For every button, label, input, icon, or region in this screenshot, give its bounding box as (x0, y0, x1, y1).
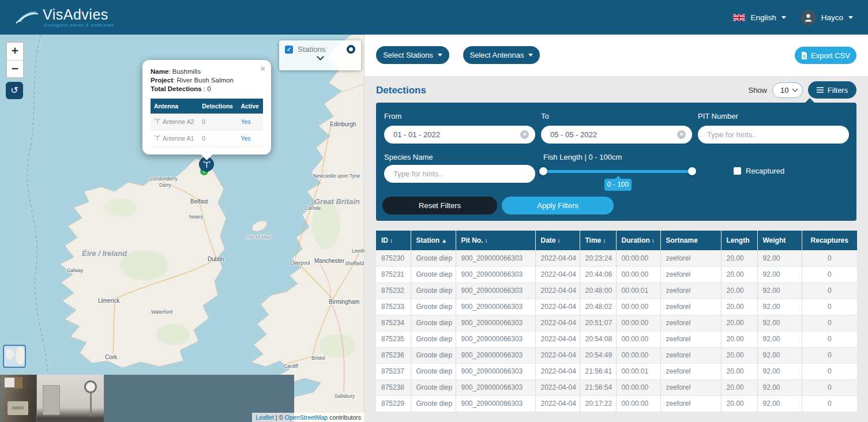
map-attribution: Leaflet | © OpenStreetMap contributors (252, 413, 365, 422)
map-label: Leeds (352, 248, 365, 254)
map-reset-button[interactable]: ↺ (6, 82, 23, 99)
reset-filters-button[interactable]: Reset Filters (382, 197, 497, 214)
map-label: Sheffield (345, 261, 364, 266)
column-header-duration[interactable]: Duration↕ (616, 231, 660, 250)
panel-collapse-chevron-icon[interactable] (317, 53, 324, 61)
show-label: Show (748, 86, 767, 95)
table-cell: zeeforel (660, 331, 721, 347)
table-row: 875236Groote diep900_2090000663032022-04… (376, 347, 857, 363)
table-cell: 20.00 (721, 363, 757, 379)
map-label: Isle of Man (247, 234, 271, 240)
antenna-active-link[interactable]: Yes (241, 135, 250, 142)
table-cell: 0 (802, 315, 857, 331)
recaptured-checkbox[interactable] (734, 167, 741, 175)
table-cell: 00:00:01 (616, 282, 660, 299)
table-cell: 2022-04-04 (535, 282, 580, 299)
table-cell: 92.00 (757, 282, 802, 299)
table-cell: 92.00 (757, 315, 802, 331)
map-canvas[interactable]: Éire / IrelandGreat BritainIsle of ManLo… (0, 35, 365, 422)
map-label: Bristol (311, 355, 325, 361)
map-label: Birmingham (329, 299, 359, 305)
table-cell: 20:44:06 (580, 266, 616, 282)
map-label: Cardiff (284, 363, 298, 369)
table-cell: 2022-04-04 (535, 379, 580, 395)
table-cell: 20:54:49 (580, 347, 616, 363)
table-cell: Groote diep (411, 331, 456, 347)
leaflet-link[interactable]: Leaflet (255, 414, 274, 421)
table-cell: 2022-04-04 (535, 395, 580, 412)
fish-length-slider[interactable] (543, 170, 692, 173)
slider-min-handle[interactable] (539, 167, 547, 175)
page-size-select[interactable]: 10 (772, 82, 803, 98)
station-photo-thumbnail[interactable] (37, 375, 104, 422)
table-cell: 0 (802, 347, 857, 363)
table-cell: 875234 (376, 315, 411, 331)
popup-close-icon[interactable]: × (260, 63, 265, 73)
antenna-detections: 0 (198, 130, 237, 147)
filters-toggle-button[interactable]: Filters (808, 81, 856, 99)
zoom-out-button[interactable]: − (7, 60, 23, 77)
select-antennas-button[interactable]: Select Antennas (463, 46, 540, 64)
stations-checkbox[interactable]: ✓ (285, 46, 293, 54)
minimap-control[interactable] (3, 345, 26, 368)
table-cell: 0 (802, 266, 857, 282)
user-avatar[interactable] (801, 10, 816, 25)
slider-max-handle[interactable] (688, 167, 696, 175)
table-cell: 875235 (376, 331, 411, 347)
table-cell: 0 (802, 282, 857, 299)
language-selector[interactable]: English (750, 13, 776, 22)
user-menu[interactable]: Hayco (821, 13, 843, 22)
clear-to-date-icon[interactable]: ✕ (677, 130, 686, 139)
table-cell: 900_209000066303 (456, 363, 535, 379)
table-cell: 900_209000066303 (456, 266, 535, 282)
table-cell: Groote diep (411, 299, 456, 315)
table-row: 875232Groote diep900_2090000663032022-04… (376, 282, 857, 299)
antenna-active-link[interactable]: Yes (241, 118, 250, 125)
column-header-time[interactable]: Time↕ (580, 231, 616, 250)
export-csv-button[interactable]: Export CSV (795, 47, 856, 64)
sort-icon: ↕ (652, 238, 655, 244)
stations-layer-label: Stations (298, 45, 342, 54)
table-cell: Groote diep (411, 379, 456, 395)
select-stations-button[interactable]: Select Stations (376, 46, 449, 64)
select-chevron-icon (792, 86, 798, 92)
navbar: VisAdvies Ecologisch advies & onderzoek … (0, 0, 868, 35)
table-cell: 20.00 (721, 299, 757, 315)
apply-filters-button[interactable]: Apply Filters (502, 197, 614, 214)
clear-from-date-icon[interactable]: ✕ (520, 130, 529, 139)
table-cell: 92.00 (757, 363, 802, 379)
table-cell: 875236 (376, 347, 411, 363)
column-header-date[interactable]: Date↕ (535, 231, 580, 250)
to-date-input[interactable] (541, 126, 692, 144)
zoom-in-button[interactable]: + (7, 43, 23, 60)
table-cell: 00:00:00 (616, 266, 660, 282)
table-cell: 92.00 (757, 299, 802, 315)
species-name-input[interactable] (384, 165, 535, 183)
pit-number-input[interactable] (698, 126, 849, 144)
column-header-id[interactable]: ID↕ (376, 231, 411, 250)
language-caret-icon (781, 16, 786, 19)
table-cell: 0 (802, 379, 857, 395)
toolbar: Select Stations Select Antennas Export C… (365, 35, 868, 76)
map-label: Edinburgh (330, 121, 356, 127)
table-cell: 875229 (376, 395, 411, 412)
table-cell: 92.00 (757, 266, 802, 282)
table-cell: 20:48:00 (580, 282, 616, 299)
osm-link[interactable]: OpenStreetMap (285, 414, 328, 421)
map-label: Galway (67, 267, 83, 273)
from-label: From (384, 112, 401, 120)
table-cell: 21:56:54 (580, 379, 616, 395)
station-photo-thumbnail[interactable] (1, 375, 36, 422)
station-ring-icon (347, 45, 355, 54)
from-date-input[interactable] (384, 126, 535, 144)
column-header-pit-no-[interactable]: Pit No.↕ (456, 231, 535, 250)
table-cell: 20:51:07 (580, 315, 616, 331)
table-cell: 00:00:00 (616, 395, 660, 412)
table-cell: 21:56:41 (580, 363, 616, 379)
antenna-icon (154, 135, 161, 141)
column-header-station[interactable]: Station▲ (411, 231, 456, 250)
table-cell: Groote diep (411, 363, 456, 379)
popup-column-header: Antenna (151, 99, 198, 114)
antenna-marker-icon (203, 161, 211, 168)
table-cell: 0 (802, 250, 857, 266)
